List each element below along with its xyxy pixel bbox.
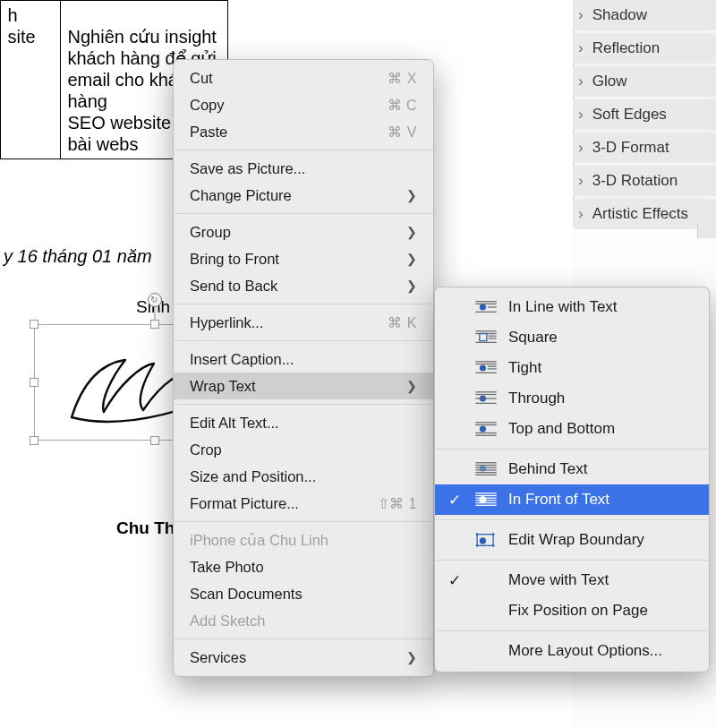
panel-section-label: Artistic Effects (592, 205, 688, 223)
resize-handle[interactable] (150, 436, 159, 445)
submenu-item-more-layout-options-[interactable]: More Layout Options... (435, 636, 709, 666)
resize-handle[interactable] (30, 320, 38, 329)
menu-item-label: Paste (190, 124, 227, 141)
panel-section-glow[interactable]: ›Glow (573, 66, 716, 97)
wrap-inline-icon (473, 299, 499, 315)
menu-item-services[interactable]: Services❯ (174, 644, 433, 671)
svg-point-39 (492, 533, 495, 535)
menu-item-change-picture[interactable]: Change Picture❯ (174, 182, 433, 209)
submenu-item-square[interactable]: Square (435, 322, 709, 353)
menu-item-bring-to-front[interactable]: Bring to Front❯ (174, 245, 433, 272)
menu-item-save-as-picture-[interactable]: Save as Picture... (174, 155, 433, 182)
menu-shortcut: ⌘ C (388, 97, 418, 114)
chevron-right-icon: ❯ (406, 188, 417, 202)
svg-point-41 (492, 544, 495, 547)
submenu-item-label: In Front of Text (508, 491, 695, 509)
menu-item-crop[interactable]: Crop (174, 436, 433, 463)
menu-item-size-and-position-[interactable]: Size and Position... (174, 463, 433, 490)
submenu-item-top-and-bottom[interactable]: Top and Bottom (435, 414, 709, 444)
menu-item-edit-alt-text-[interactable]: Edit Alt Text... (174, 409, 433, 436)
chevron-right-icon: › (578, 39, 584, 57)
panel-section-soft-edges[interactable]: ›Soft Edges (573, 99, 716, 130)
rotate-handle[interactable]: ↻ (148, 293, 162, 307)
submenu-item-label: Tight (508, 359, 695, 377)
chevron-right-icon: ❯ (406, 379, 417, 393)
menu-item-paste[interactable]: Paste⌘ V (174, 118, 433, 145)
menu-item-format-picture-[interactable]: Format Picture...⇧⌘ 1 (174, 490, 433, 517)
menu-item-label: Crop (190, 441, 222, 458)
panel-section-label: Glow (592, 73, 627, 90)
wrap-through-icon (473, 390, 499, 407)
submenu-item-fix-position-on-page[interactable]: Fix Position on Page (435, 595, 709, 626)
submenu-item-label: Move with Text (508, 571, 695, 589)
check-icon: ✓ (446, 491, 464, 510)
menu-item-scan-documents[interactable]: Scan Documents (174, 580, 433, 607)
panel-section-label: Shadow (592, 6, 647, 24)
menu-item-hyperlink-[interactable]: Hyperlink...⌘ K (174, 309, 433, 336)
menu-item-label: Bring to Front (190, 251, 279, 268)
format-picture-panel: ›Shadow›Reflection›Glow›Soft Edges›3-D F… (573, 0, 716, 224)
menu-shortcut: ⌘ K (388, 314, 417, 331)
menu-item-send-to-back[interactable]: Send to Back❯ (174, 272, 433, 299)
menu-item-label: iPhone của Chu Linh (190, 532, 328, 549)
chevron-right-icon: › (578, 106, 584, 124)
panel-corner (697, 224, 716, 238)
svg-point-40 (476, 544, 479, 547)
menu-item-label: Wrap Text (190, 378, 256, 395)
menu-item-label: Change Picture (190, 187, 292, 204)
wrap-front-icon (473, 492, 499, 508)
menu-item-label: Insert Caption... (190, 351, 294, 368)
chevron-right-icon: › (578, 172, 584, 190)
chevron-right-icon: ❯ (406, 650, 417, 664)
wrap-tight-icon (473, 360, 499, 376)
wrap-square-icon (473, 330, 499, 346)
wrap-editwrap-icon (473, 532, 499, 548)
menu-shortcut: ⌘ X (388, 70, 417, 87)
submenu-item-in-line-with-text[interactable]: In Line with Text (435, 292, 709, 322)
menu-item-copy[interactable]: Copy⌘ C (174, 91, 433, 118)
chevron-right-icon: ❯ (406, 278, 417, 293)
chevron-right-icon: ❯ (406, 252, 417, 266)
menu-item-cut[interactable]: Cut⌘ X (174, 64, 433, 91)
panel-section-artistic-effects[interactable]: ›Artistic Effects (573, 199, 716, 229)
submenu-item-behind-text[interactable]: Behind Text (435, 454, 709, 484)
submenu-item-through[interactable]: Through (435, 383, 709, 414)
resize-handle[interactable] (30, 436, 38, 445)
svg-rect-8 (480, 334, 487, 341)
menu-item-add-sketch: Add Sketch (174, 607, 433, 634)
wrap-topbottom-icon (473, 421, 499, 437)
panel-section-reflection[interactable]: ›Reflection (573, 33, 716, 64)
panel-section-3-d-rotation[interactable]: ›3-D Rotation (573, 166, 716, 196)
resize-handle[interactable] (150, 320, 159, 329)
submenu-item-in-front-of-text[interactable]: ✓In Front of Text (435, 484, 709, 515)
menu-item-label: Hyperlink... (190, 314, 264, 331)
submenu-item-label: Top and Bottom (508, 420, 695, 438)
submenu-item-label: In Line with Text (508, 298, 695, 316)
panel-section-shadow[interactable]: ›Shadow (573, 0, 716, 30)
menu-item-label: Group (190, 224, 231, 241)
chevron-right-icon: › (578, 205, 584, 223)
chevron-right-icon: › (578, 6, 584, 24)
resize-handle[interactable] (30, 378, 38, 387)
menu-item-group[interactable]: Group❯ (174, 218, 433, 245)
menu-item-insert-caption-[interactable]: Insert Caption... (174, 346, 433, 373)
menu-item-iphone-c-a-chu-linh: iPhone của Chu Linh (174, 527, 433, 553)
submenu-item-tight[interactable]: Tight (435, 353, 709, 383)
menu-item-label: Take Photo (190, 559, 264, 576)
submenu-item-label: More Layout Options... (508, 642, 695, 660)
panel-section-label: Soft Edges (592, 106, 667, 124)
panel-section-3-d-format[interactable]: ›3-D Format (573, 133, 716, 163)
menu-item-label: Add Sketch (190, 612, 265, 630)
submenu-item-edit-wrap-boundary[interactable]: Edit Wrap Boundary (435, 525, 709, 555)
menu-item-label: Scan Documents (190, 586, 303, 603)
context-menu: Cut⌘ XCopy⌘ CPaste⌘ VSave as Picture...C… (173, 59, 434, 677)
menu-item-label: Services (190, 649, 246, 666)
submenu-item-move-with-text[interactable]: ✓Move with Text (435, 565, 709, 595)
chevron-right-icon: ❯ (406, 225, 417, 239)
table-cell: h site (0, 0, 60, 158)
svg-point-38 (476, 533, 479, 535)
menu-shortcut: ⌘ V (388, 124, 417, 141)
menu-item-wrap-text[interactable]: Wrap Text❯ (174, 373, 433, 399)
menu-item-take-photo[interactable]: Take Photo (174, 553, 433, 580)
menu-item-label: Copy (190, 97, 225, 114)
